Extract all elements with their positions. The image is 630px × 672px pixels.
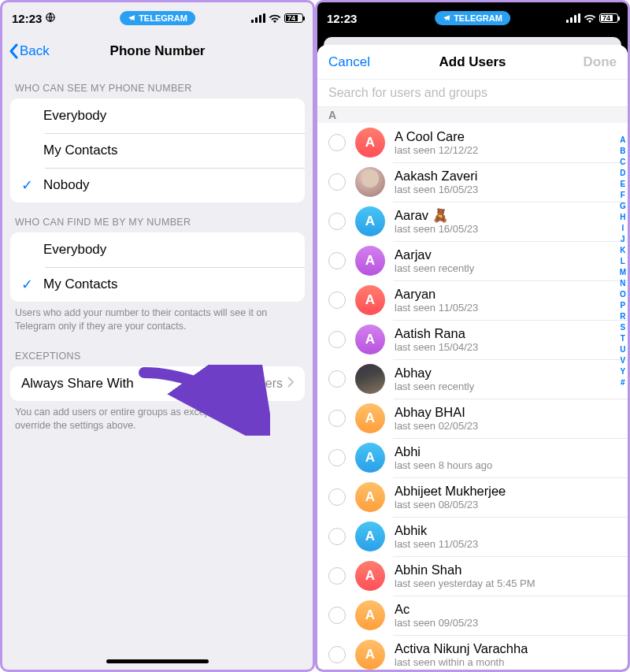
index-letter[interactable]: M — [620, 267, 626, 278]
index-letter[interactable]: L — [621, 256, 625, 267]
radio-unchecked[interactable] — [328, 567, 346, 585]
radio-unchecked[interactable] — [328, 134, 346, 151]
contact-status: last seen recently — [395, 262, 474, 274]
contact-row[interactable]: AAaryanlast seen 11/05/23 — [317, 280, 628, 320]
radio-unchecked[interactable] — [328, 607, 346, 624]
contact-name: Aatish Rana — [395, 326, 478, 341]
signal-icon — [251, 12, 265, 25]
radio-unchecked[interactable] — [328, 528, 346, 545]
contact-name: Abhi — [395, 444, 492, 459]
exceptions-group: Always Share With Add Users — [10, 366, 305, 401]
contact-row[interactable]: AAbhay BHAIlast seen 02/05/23 — [317, 399, 628, 438]
avatar: A — [355, 600, 385, 630]
index-letter[interactable]: V — [620, 355, 625, 366]
contacts-list[interactable]: AA Cool Carelast seen 12/12/22Aakash Zav… — [317, 123, 628, 670]
contact-row[interactable]: AAbhin Shahlast seen yesterday at 5:45 P… — [317, 556, 628, 596]
index-letter[interactable]: C — [620, 157, 625, 168]
contact-row[interactable]: AAclast seen 09/05/23 — [317, 596, 628, 635]
index-letter[interactable]: H — [620, 212, 625, 223]
contact-name: A Cool Care — [395, 129, 478, 144]
contact-name: Aaryan — [395, 287, 478, 302]
index-letter[interactable]: I — [621, 223, 624, 234]
index-letter[interactable]: T — [621, 333, 625, 344]
contact-row[interactable]: Abhaylast seen recently — [317, 359, 628, 399]
home-indicator[interactable] — [106, 659, 209, 663]
privacy-option[interactable]: Everybody — [10, 98, 305, 133]
radio-unchecked[interactable] — [328, 252, 346, 269]
index-letter[interactable]: S — [620, 322, 625, 333]
status-bar: 12:23 TELEGRAM 74 — [317, 2, 628, 34]
index-letter[interactable]: G — [620, 201, 626, 212]
avatar — [355, 364, 385, 394]
radio-unchecked[interactable] — [328, 213, 346, 230]
index-letter[interactable]: O — [620, 289, 626, 300]
avatar: A — [355, 325, 385, 355]
radio-unchecked[interactable] — [328, 646, 346, 663]
radio-unchecked[interactable] — [328, 173, 346, 191]
back-button[interactable]: Back — [9, 43, 50, 59]
find-option[interactable]: ✓My Contacts — [10, 267, 305, 302]
telegram-pill[interactable]: TELEGRAM — [435, 11, 510, 25]
privacy-group: EverybodyMy Contacts✓Nobody — [10, 98, 305, 202]
contact-row[interactable]: AAatish Ranalast seen 15/04/23 — [317, 320, 628, 359]
contact-name: Abhay — [395, 366, 474, 381]
contact-row[interactable]: Aakash Zaverilast seen 16/05/23 — [317, 162, 628, 202]
contact-row[interactable]: AActiva Nikunj Varachhalast seen within … — [317, 635, 628, 670]
contact-name: Abhik — [395, 523, 478, 538]
radio-unchecked[interactable] — [328, 488, 346, 506]
index-header: A — [317, 107, 628, 123]
always-share-row[interactable]: Always Share With Add Users — [10, 366, 305, 401]
index-letter[interactable]: P — [620, 300, 625, 311]
index-letter[interactable]: K — [620, 245, 625, 256]
index-letter[interactable]: F — [621, 190, 625, 201]
index-letter[interactable]: N — [620, 278, 625, 289]
index-letter[interactable]: A — [620, 135, 625, 146]
check-icon: ✓ — [21, 276, 43, 293]
telegram-pill[interactable]: TELEGRAM — [120, 11, 195, 25]
phone-right: 12:23 TELEGRAM 74 C — [315, 0, 630, 672]
battery-icon: 74 — [599, 13, 618, 23]
index-letter[interactable]: # — [621, 377, 625, 388]
privacy-option[interactable]: ✓Nobody — [10, 168, 305, 202]
radio-unchecked[interactable] — [328, 449, 346, 466]
contact-row[interactable]: AAbhilast seen 8 hours ago — [317, 438, 628, 477]
svg-rect-7 — [574, 15, 576, 23]
index-letter[interactable]: B — [620, 146, 625, 157]
contact-row[interactable]: AAbhijeet Mukherjeelast seen 08/05/23 — [317, 477, 628, 517]
contact-name: Ac — [395, 602, 478, 617]
contact-name: Aarav 🧸 — [395, 208, 478, 223]
index-letter[interactable]: J — [621, 234, 625, 245]
index-letter[interactable]: D — [620, 168, 625, 179]
signal-icon — [566, 12, 580, 25]
az-index[interactable]: ABCDEFGHIJKLMNOPRSTUVY# — [620, 135, 626, 388]
contact-status: last seen 15/04/23 — [395, 341, 478, 353]
index-letter[interactable]: R — [620, 311, 625, 322]
contact-row[interactable]: AA Cool Carelast seen 12/12/22 — [317, 123, 628, 162]
option-label: Nobody — [43, 177, 294, 193]
option-label: My Contacts — [43, 277, 294, 292]
contact-row[interactable]: AAarav 🧸last seen 16/05/23 — [317, 202, 628, 241]
cancel-button[interactable]: Cancel — [328, 54, 370, 70]
radio-unchecked[interactable] — [328, 410, 346, 427]
privacy-option[interactable]: My Contacts — [10, 133, 305, 168]
contact-status: last seen 16/05/23 — [395, 184, 478, 195]
radio-unchecked[interactable] — [328, 291, 346, 309]
find-option[interactable]: Everybody — [10, 232, 305, 267]
avatar: A — [355, 561, 385, 591]
radio-unchecked[interactable] — [328, 331, 346, 348]
index-letter[interactable]: Y — [620, 366, 625, 377]
svg-rect-1 — [251, 20, 254, 23]
chevron-right-icon — [287, 376, 294, 392]
avatar: A — [355, 128, 385, 158]
index-letter[interactable]: U — [620, 344, 625, 355]
contact-name: Activa Nikunj Varachha — [395, 641, 528, 656]
contact-row[interactable]: AAarjavlast seen recently — [317, 241, 628, 280]
svg-rect-2 — [255, 17, 258, 23]
done-button[interactable]: Done — [584, 54, 617, 70]
radio-unchecked[interactable] — [328, 370, 346, 388]
sheet-nav: Cancel Add Users Done — [317, 45, 628, 80]
index-letter[interactable]: E — [620, 179, 625, 190]
search-input[interactable]: Search for users and groups — [317, 80, 628, 107]
contact-row[interactable]: AAbhiklast seen 11/05/23 — [317, 517, 628, 556]
status-time: 12:23 — [12, 12, 42, 25]
